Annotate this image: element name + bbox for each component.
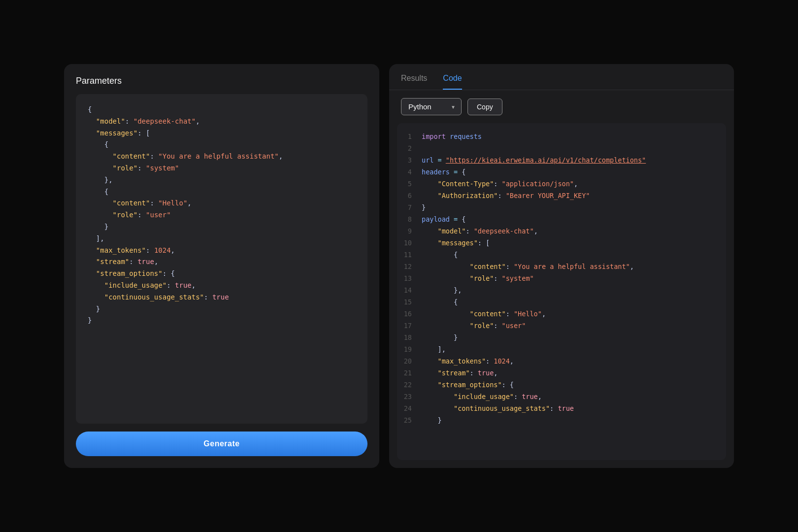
code-line: 6 "Authorization": "Bearer YOUR_API_KEY" (397, 190, 726, 202)
code-line: 2 (397, 143, 726, 155)
tab-code[interactable]: Code (443, 74, 462, 90)
code-line: 23 "include_usage": true, (397, 391, 726, 403)
code-line: 10 "messages": [ (397, 237, 726, 249)
tab-results[interactable]: Results (401, 74, 427, 90)
code-line: 4 headers = { (397, 166, 726, 178)
code-line: 15 { (397, 297, 726, 308)
code-line: 22 "stream_options": { (397, 379, 726, 391)
panel-title: Parameters (76, 76, 367, 86)
language-select-wrapper: Python JavaScript cURL Go (401, 98, 462, 115)
code-line: 9 "model": "deepseek-chat", (397, 226, 726, 237)
code-line: 12 "content": "You are a helpful assista… (397, 261, 726, 273)
code-line: 16 "content": "Hello", (397, 308, 726, 320)
code-line: 21 "stream": true, (397, 367, 726, 379)
code-line: 20 "max_tokens": 1024, (397, 356, 726, 367)
main-container: Parameters { "model": "deepseek-chat", "… (54, 54, 744, 478)
right-panel: Results Code Python JavaScript cURL Go C… (389, 64, 734, 468)
generate-button[interactable]: Generate (76, 432, 367, 456)
code-line: 14 }, (397, 285, 726, 297)
code-line: 13 "role": "system" (397, 273, 726, 285)
code-line: 18 } (397, 332, 726, 344)
params-editor: { "model": "deepseek-chat", "messages": … (76, 94, 367, 424)
code-line: 24 "continuous_usage_stats": true (397, 403, 726, 415)
code-line: 1 import requests (397, 131, 726, 143)
code-line: 17 "role": "user" (397, 320, 726, 332)
code-line: 8 payload = { (397, 214, 726, 226)
left-panel: Parameters { "model": "deepseek-chat", "… (64, 64, 379, 468)
code-line: 3 url = "https://kieai.erweima.ai/api/v1… (397, 155, 726, 166)
tabs-header: Results Code (389, 64, 734, 90)
copy-button[interactable]: Copy (467, 99, 502, 115)
language-select[interactable]: Python JavaScript cURL Go (401, 98, 462, 115)
code-line: 7 } (397, 202, 726, 214)
code-block: 1 import requests 2 3 url = "https://kie… (397, 123, 726, 460)
code-line: 19 ], (397, 344, 726, 356)
code-toolbar: Python JavaScript cURL Go Copy (389, 90, 734, 123)
code-line: 5 "Content-Type": "application/json", (397, 178, 726, 190)
code-line: 11 { (397, 249, 726, 261)
code-line: 25 } (397, 415, 726, 427)
params-json-content: { "model": "deepseek-chat", "messages": … (88, 104, 356, 327)
